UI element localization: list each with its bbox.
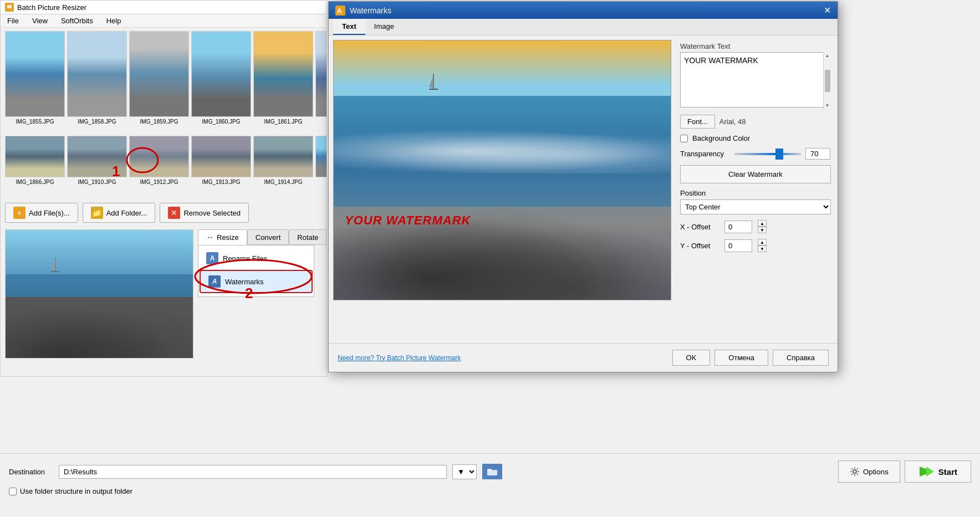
x-offset-input[interactable] <box>724 221 752 233</box>
preview-waves <box>334 129 671 173</box>
menu-file[interactable]: File <box>5 16 21 26</box>
footer-link[interactable]: Need more? Try Batch Picture Watermark <box>338 354 461 362</box>
thumb-image <box>253 31 313 117</box>
y-offset-input[interactable] <box>724 239 752 252</box>
add-folder-button[interactable]: 📁 Add Folder... <box>83 203 156 223</box>
footer-buttons: OK Отмена Справка <box>672 350 829 366</box>
cancel-button[interactable]: Отмена <box>714 350 768 366</box>
svg-marker-10 <box>429 75 433 88</box>
annotation-1: 1 <box>109 144 159 178</box>
x-offset-spinner: ▲ ▼ <box>758 220 767 233</box>
start-icon <box>918 465 934 478</box>
left-preview <box>5 229 193 359</box>
thumb-item[interactable]: IMG_1861.JPG <box>253 31 313 125</box>
thumb-item[interactable]: IMG_1866.JPG <box>5 136 65 185</box>
background-color-section: Background Color <box>680 134 831 142</box>
y-offset-spinner: ▲ ▼ <box>758 239 767 252</box>
svg-point-6 <box>195 260 312 293</box>
position-label: Position <box>680 189 831 197</box>
remove-icon: ✕ <box>168 207 180 219</box>
font-button[interactable]: Font... <box>680 115 715 129</box>
svg-marker-16 <box>926 467 934 477</box>
thumb-item[interactable]: IMG_1914.JPG <box>253 136 313 185</box>
transparency-value[interactable] <box>805 148 830 160</box>
watermark-preview: YOUR WATERMARK <box>333 40 671 300</box>
bottom-section: ↔ Resize Convert Rotate A <box>1 226 326 362</box>
title-bar: Batch Picture Resizer <box>1 1 326 14</box>
menu-softorbits[interactable]: SoftOrbits <box>59 16 95 26</box>
x-offset-up[interactable]: ▲ <box>758 220 767 227</box>
position-section: Position Top Center Top Left Top Right C… <box>680 189 831 214</box>
thumb-item[interactable]: IMG_1913.JPG <box>191 136 251 185</box>
clear-watermark-button[interactable]: Clear Watermark <box>680 165 831 183</box>
tab-text[interactable]: Text <box>333 19 365 35</box>
start-label: Start <box>938 467 957 477</box>
watermark-text-input[interactable]: YOUR WATERMARK <box>680 52 831 108</box>
menu-help[interactable]: Help <box>104 16 124 26</box>
bottom-bar: Destination ▼ Options <box>0 453 980 517</box>
thumb-image <box>67 31 127 117</box>
thumb-item[interactable]: IMG_1858.JPG <box>67 31 127 125</box>
y-offset-down[interactable]: ▼ <box>758 245 767 252</box>
add-files-button[interactable]: + Add File(s)... <box>5 203 78 223</box>
thumb-image <box>315 136 326 177</box>
help-button[interactable]: Справка <box>773 350 829 366</box>
thumb-label: IMG_1860.JPG <box>202 119 241 125</box>
use-folder-label: Use folder structure in output folder <box>20 487 132 495</box>
gear-icon <box>850 467 860 477</box>
remove-selected-button[interactable]: ✕ Remove Selected <box>160 203 249 223</box>
thumb-label: IMG_1861.JPG <box>264 119 303 125</box>
scrollbar: ▲ ▼ <box>823 52 831 109</box>
destination-row: Destination ▼ Options <box>9 460 971 483</box>
thumb-item[interactable]: IMG_1... <box>315 136 326 185</box>
action-panel: ↔ Resize Convert Rotate A <box>198 229 314 359</box>
options-button[interactable]: Options <box>838 460 900 483</box>
dialog-body: YOUR WATERMARK Watermark Text YOUR WATER… <box>329 35 838 356</box>
thumb-label: IMG_1859.JPG <box>140 119 178 125</box>
rocks-layer <box>6 297 193 358</box>
dialog-settings-panel: Watermark Text YOUR WATERMARK ▲ ▼ Font..… <box>678 40 833 351</box>
tab-image[interactable]: Image <box>365 19 403 35</box>
transparency-slider[interactable] <box>734 153 801 155</box>
convert-tab[interactable]: Convert <box>247 229 289 245</box>
dialog-title-bar: A Watermarks ✕ <box>329 2 838 19</box>
thumb-image <box>129 31 189 117</box>
background-color-checkbox[interactable] <box>680 135 688 142</box>
destination-dropdown[interactable]: ▼ <box>452 464 477 479</box>
thumb-label: IMG_1913.JPG <box>202 179 241 185</box>
font-section: Font... Arial, 48 <box>680 115 831 129</box>
thumb-image <box>191 31 251 117</box>
destination-input[interactable] <box>59 465 447 479</box>
svg-point-5 <box>127 148 158 172</box>
y-offset-up[interactable]: ▲ <box>758 239 767 245</box>
ok-button[interactable]: OK <box>672 350 711 366</box>
thumb-item[interactable]: IMG_1860.JPG <box>191 31 251 125</box>
thumb-item[interactable]: IMG_1... <box>315 31 326 125</box>
add-files-label: Add File(s)... <box>29 209 70 217</box>
sailboat-icon <box>50 258 61 274</box>
watermark-text-label: Watermark Text <box>680 42 831 50</box>
add-files-icon: + <box>13 207 25 219</box>
rotate-tab-label: Rotate <box>297 233 318 242</box>
scroll-down: ▼ <box>825 103 830 108</box>
destination-folder-button[interactable] <box>482 464 502 479</box>
x-offset-down[interactable]: ▼ <box>758 227 767 233</box>
resize-tab[interactable]: ↔ Resize <box>198 229 247 245</box>
thumb-item[interactable]: IMG_1859.JPG <box>129 31 189 125</box>
dialog-close-button[interactable]: ✕ <box>824 5 831 16</box>
position-select[interactable]: Top Center Top Left Top Right Center Bot… <box>680 199 831 214</box>
svg-point-14 <box>853 470 856 473</box>
thumb-image <box>191 136 251 177</box>
destination-label: Destination <box>9 468 53 476</box>
thumb-image <box>315 31 326 117</box>
folder-icon <box>487 468 497 475</box>
thumb-label: IMG_1858.JPG <box>78 119 116 125</box>
x-offset-label: X - Offset <box>680 223 719 231</box>
font-value: Arial, 48 <box>719 117 746 126</box>
use-folder-checkbox[interactable] <box>9 488 17 495</box>
start-button[interactable]: Start <box>905 460 971 483</box>
menu-view[interactable]: View <box>30 16 50 26</box>
app-window: Batch Picture Resizer File View SoftOrbi… <box>0 0 980 517</box>
rotate-tab[interactable]: Rotate <box>289 229 326 245</box>
thumb-item[interactable]: IMG_1855.JPG <box>5 31 65 125</box>
